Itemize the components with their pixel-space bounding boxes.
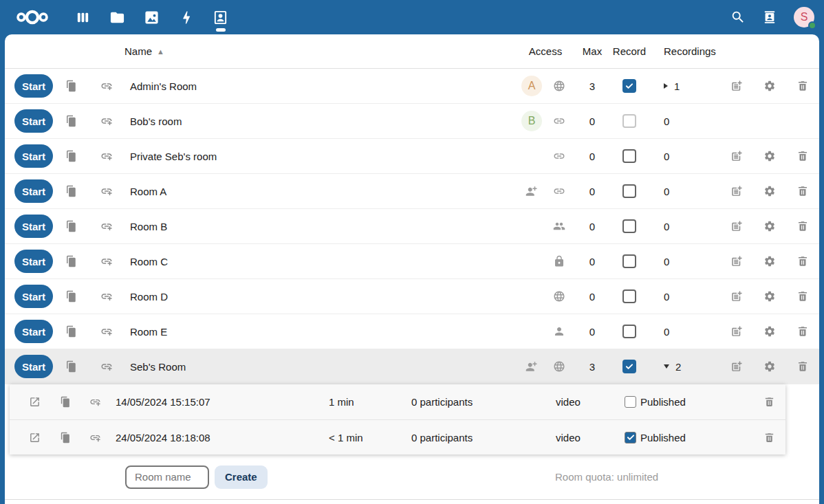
copy-recording-link-icon[interactable] <box>59 432 71 443</box>
search-icon[interactable] <box>730 10 746 25</box>
record-checkbox[interactable] <box>622 289 636 303</box>
conference-icon[interactable] <box>213 10 228 25</box>
room-settings-gear-icon[interactable] <box>763 185 776 197</box>
activity-icon[interactable] <box>178 10 194 25</box>
delete-recording-trash-icon[interactable] <box>763 396 775 408</box>
record-checkbox[interactable] <box>622 149 636 163</box>
nextcloud-logo-icon[interactable] <box>12 8 52 27</box>
room-row[interactable]: Start Room A 0 0 <box>5 174 819 209</box>
create-room-button[interactable]: Create <box>215 465 268 489</box>
recording-row[interactable]: 24/05/2024 18:18:08 < 1 min 0 participan… <box>10 419 785 454</box>
add-link-icon[interactable] <box>100 115 113 127</box>
delete-room-trash-icon[interactable] <box>796 185 809 197</box>
copy-room-link-icon[interactable] <box>65 255 77 267</box>
edit-details-icon[interactable] <box>730 360 743 373</box>
start-room-button[interactable]: Start <box>14 74 53 98</box>
room-settings-gear-icon[interactable] <box>763 325 776 338</box>
recordings-toggle[interactable]: 0 <box>647 279 720 314</box>
record-checkbox[interactable] <box>622 254 636 268</box>
start-room-button[interactable]: Start <box>14 109 53 133</box>
record-checkbox[interactable] <box>622 360 636 373</box>
open-recording-icon[interactable] <box>29 432 41 443</box>
recordings-toggle[interactable]: 0 <box>647 314 720 349</box>
delete-room-trash-icon[interactable] <box>796 255 809 267</box>
room-row[interactable]: Start Admin's Room A 3 1 <box>5 69 819 104</box>
start-room-button[interactable]: Start <box>14 250 53 273</box>
copy-room-link-icon[interactable] <box>65 150 77 162</box>
edit-details-icon[interactable] <box>730 185 743 197</box>
recordings-toggle[interactable]: 0 <box>647 139 720 173</box>
room-row[interactable]: Start Seb's Room 3 2 <box>5 349 819 384</box>
start-room-button[interactable]: Start <box>14 144 53 168</box>
copy-room-link-icon[interactable] <box>65 290 77 303</box>
start-room-button[interactable]: Start <box>14 320 53 343</box>
room-settings-gear-icon[interactable] <box>763 360 776 373</box>
copy-room-link-icon[interactable] <box>65 360 77 373</box>
room-row[interactable]: Start Room B 0 0 <box>5 209 819 244</box>
recordings-toggle[interactable]: 2 <box>647 349 720 384</box>
copy-room-link-icon[interactable] <box>65 220 77 232</box>
add-recording-link-icon[interactable] <box>89 432 101 443</box>
add-link-icon[interactable] <box>100 220 113 232</box>
add-link-icon[interactable] <box>100 290 113 303</box>
delete-room-trash-icon[interactable] <box>796 150 809 162</box>
record-checkbox[interactable] <box>622 219 636 233</box>
edit-details-icon[interactable] <box>730 255 743 267</box>
add-link-icon[interactable] <box>100 150 113 162</box>
open-recording-icon[interactable] <box>29 396 41 408</box>
add-recording-link-icon[interactable] <box>89 396 101 408</box>
start-room-button[interactable]: Start <box>14 355 53 378</box>
delete-room-trash-icon[interactable] <box>796 290 809 303</box>
room-settings-gear-icon[interactable] <box>763 220 776 232</box>
sort-asc-icon[interactable]: ▲ <box>157 47 164 56</box>
add-link-icon[interactable] <box>100 185 113 197</box>
recordings-toggle[interactable]: 0 <box>647 174 720 208</box>
room-row[interactable]: Start Room E 0 0 <box>5 314 819 349</box>
delete-room-trash-icon[interactable] <box>796 325 809 338</box>
recordings-toggle[interactable]: 0 <box>647 104 720 138</box>
contacts-menu-icon[interactable] <box>762 10 777 25</box>
published-checkbox[interactable] <box>625 432 636 443</box>
start-room-button[interactable]: Start <box>14 215 53 238</box>
room-settings-gear-icon[interactable] <box>763 255 776 267</box>
room-row[interactable]: Start Room D 0 0 <box>5 279 819 314</box>
folder-icon[interactable] <box>109 10 125 25</box>
record-checkbox[interactable] <box>622 325 636 338</box>
edit-details-icon[interactable] <box>730 290 743 303</box>
copy-room-link-icon[interactable] <box>65 115 77 127</box>
recordings-toggle[interactable]: 1 <box>647 69 720 103</box>
room-row[interactable]: Start Private Seb's room 0 0 <box>5 139 819 174</box>
add-link-icon[interactable] <box>100 80 113 92</box>
room-settings-gear-icon[interactable] <box>763 290 776 303</box>
record-checkbox[interactable] <box>622 114 636 128</box>
room-settings-gear-icon[interactable] <box>763 80 776 92</box>
dashboard-icon[interactable] <box>75 10 91 25</box>
edit-details-icon[interactable] <box>730 150 743 162</box>
delete-recording-trash-icon[interactable] <box>763 432 775 443</box>
edit-details-icon[interactable] <box>730 325 743 338</box>
avatar[interactable]: S <box>794 7 814 28</box>
edit-details-icon[interactable] <box>730 80 743 92</box>
photos-icon[interactable] <box>144 10 160 25</box>
add-link-icon[interactable] <box>100 360 113 373</box>
start-room-button[interactable]: Start <box>14 179 53 203</box>
copy-room-link-icon[interactable] <box>65 185 77 197</box>
copy-room-link-icon[interactable] <box>65 325 77 338</box>
room-row[interactable]: Start Bob's room B 0 0 <box>5 104 819 139</box>
add-link-icon[interactable] <box>100 255 113 267</box>
room-row[interactable]: Start Room C 0 0 <box>5 244 819 279</box>
copy-recording-link-icon[interactable] <box>59 396 71 408</box>
recordings-toggle[interactable]: 0 <box>647 209 720 243</box>
edit-details-icon[interactable] <box>730 220 743 232</box>
recording-row[interactable]: 14/05/2024 15:15:07 1 min 0 participants… <box>10 384 785 419</box>
copy-room-link-icon[interactable] <box>65 80 77 92</box>
add-link-icon[interactable] <box>100 325 113 338</box>
delete-room-trash-icon[interactable] <box>796 220 809 232</box>
room-name-input[interactable] <box>125 465 209 489</box>
room-settings-gear-icon[interactable] <box>763 150 776 162</box>
delete-room-trash-icon[interactable] <box>796 80 809 92</box>
published-checkbox[interactable] <box>625 396 636 408</box>
column-header-name[interactable]: Name <box>124 45 152 57</box>
start-room-button[interactable]: Start <box>14 285 53 308</box>
delete-room-trash-icon[interactable] <box>796 360 809 373</box>
